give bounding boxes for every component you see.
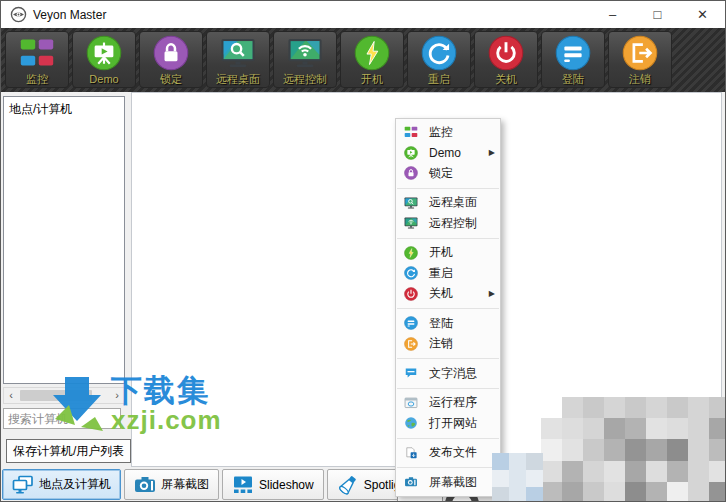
scroll-left-icon[interactable]: ‹ xyxy=(4,388,18,403)
mosaic-cell xyxy=(646,439,667,460)
tab-label: 屏幕截图 xyxy=(161,476,209,493)
scroll-right-icon[interactable]: › xyxy=(110,388,124,403)
toolbar-button-logout[interactable]: 注销 xyxy=(608,31,672,88)
menu-item-remote-desktop[interactable]: 远程桌面 xyxy=(396,193,500,214)
spotlight-tab-icon xyxy=(337,475,359,495)
toolbar-button-label: 远程桌面 xyxy=(216,73,260,85)
logout-icon xyxy=(404,337,418,351)
mosaic-cell xyxy=(583,482,604,502)
mosaic-cell xyxy=(562,482,583,502)
mosaic-cell xyxy=(562,397,583,418)
menu-item-logout[interactable]: 注销 xyxy=(396,334,500,355)
menu-item-label: 屏幕截图 xyxy=(429,474,477,491)
toolbar-button-label: 关机 xyxy=(495,73,517,85)
screenshot-icon xyxy=(404,475,418,489)
logout-icon xyxy=(622,35,658,71)
menu-item-lock[interactable]: 锁定 xyxy=(396,163,500,184)
mosaic-cell xyxy=(709,461,726,482)
window-title: Veyon Master xyxy=(33,8,106,22)
menu-item-send-file[interactable]: 发布文件 xyxy=(396,443,500,464)
menu-item-label: 打开网站 xyxy=(429,415,477,432)
menu-item-power-on[interactable]: 开机 xyxy=(396,243,500,264)
reboot-icon xyxy=(404,266,418,280)
menu-separator xyxy=(397,438,499,439)
menu-item-text-message[interactable]: 文字消息 xyxy=(396,363,500,384)
toolbar-button-power-on[interactable]: 开机 xyxy=(340,31,404,88)
mosaic-cell xyxy=(562,461,583,482)
menu-item-demo[interactable]: Demo▶ xyxy=(396,143,500,164)
toolbar: 监控Demo锁定远程桌面远程控制开机重启关机登陆注销 xyxy=(1,28,725,92)
minimize-button[interactable]: – xyxy=(590,1,635,28)
menu-item-label: 开机 xyxy=(429,244,453,261)
mosaic-cell xyxy=(688,482,709,502)
menu-item-label: 注销 xyxy=(429,335,453,352)
mosaic-cell xyxy=(646,461,667,482)
tab-label: Slideshow xyxy=(259,478,314,492)
mosaic-cell xyxy=(541,461,562,482)
mosaic-cell xyxy=(526,470,543,487)
menu-item-reboot[interactable]: 重启 xyxy=(396,263,500,284)
search-computers-input[interactable] xyxy=(3,408,121,429)
mosaic-cell xyxy=(646,418,667,439)
mosaic-cell xyxy=(709,482,726,502)
menu-item-power-off[interactable]: 关机▶ xyxy=(396,284,500,305)
toolbar-button-remote-desktop[interactable]: 远程桌面 xyxy=(206,31,270,88)
menu-item-label: 重启 xyxy=(429,265,453,282)
toolbar-button-remote-control[interactable]: 远程控制 xyxy=(273,31,337,88)
menu-item-remote-control[interactable]: 远程控制 xyxy=(396,213,500,234)
toolbar-button-label: 重启 xyxy=(428,73,450,85)
mosaic-cell xyxy=(562,418,583,439)
menu-item-run-program[interactable]: 运行程序 xyxy=(396,393,500,414)
remote-desktop-icon xyxy=(404,196,418,210)
toolbar-button-demo[interactable]: Demo xyxy=(72,31,136,88)
menu-item-monitor-grid[interactable]: 监控 xyxy=(396,122,500,143)
mosaic-cell xyxy=(667,439,688,460)
menu-separator xyxy=(397,467,499,468)
menu-item-login[interactable]: 登陆 xyxy=(396,313,500,334)
censored-mosaic-area xyxy=(541,397,726,502)
camera-tab-icon xyxy=(134,475,156,495)
lock-icon xyxy=(404,166,418,180)
menu-item-open-website[interactable]: 打开网站 xyxy=(396,413,500,434)
toolbar-button-reboot[interactable]: 重启 xyxy=(407,31,471,88)
remote-control-icon xyxy=(287,35,323,71)
save-computer-list-button[interactable]: 保存计算机/用户列表 xyxy=(6,439,131,463)
toolbar-button-monitor-grid[interactable]: 监控 xyxy=(5,31,69,88)
demo-icon xyxy=(404,146,418,160)
menu-item-screenshot[interactable]: 屏幕截图 xyxy=(396,472,500,493)
mosaic-cell xyxy=(646,482,667,502)
tree-horizontal-scrollbar[interactable]: ‹ › xyxy=(3,387,125,404)
mosaic-cell xyxy=(667,418,688,439)
maximize-button[interactable]: □ xyxy=(635,1,680,28)
toolbar-button-label: 注销 xyxy=(629,73,651,85)
tab-locations[interactable]: 地点及计算机 xyxy=(2,469,121,500)
menu-separator xyxy=(397,238,499,239)
toolbar-button-lock[interactable]: 锁定 xyxy=(139,31,203,88)
mosaic-cell xyxy=(509,487,526,502)
tab-label: 地点及计算机 xyxy=(39,476,111,493)
toolbar-button-label: 开机 xyxy=(361,73,383,85)
mosaic-cell xyxy=(688,418,709,439)
context-menu: 监控Demo▶锁定远程桌面远程控制开机重启关机▶登陆注销文字消息运行程序打开网站… xyxy=(395,118,501,497)
mosaic-cell xyxy=(492,453,509,470)
mosaic-cell xyxy=(709,418,726,439)
mosaic-cell xyxy=(625,439,646,460)
mosaic-cell xyxy=(583,418,604,439)
mosaic-cell xyxy=(492,470,509,487)
toolbar-button-power-off[interactable]: 关机 xyxy=(474,31,538,88)
menu-item-label: 锁定 xyxy=(429,165,453,182)
mosaic-cell xyxy=(709,439,726,460)
toolbar-button-label: 登陆 xyxy=(562,73,584,85)
tab-slideshow[interactable]: Slideshow xyxy=(222,469,324,500)
mosaic-cell xyxy=(667,461,688,482)
mosaic-cell xyxy=(646,397,667,418)
close-button[interactable]: ✕ xyxy=(680,1,725,28)
mosaic-cell xyxy=(604,418,625,439)
mosaic-cell xyxy=(667,482,688,502)
mosaic-cell xyxy=(583,397,604,418)
toolbar-button-login[interactable]: 登陆 xyxy=(541,31,605,88)
scrollbar-thumb[interactable] xyxy=(20,390,92,401)
computer-tree-panel[interactable]: 地点/计算机 xyxy=(3,96,125,384)
reboot-icon xyxy=(421,35,457,71)
tab-camera[interactable]: 屏幕截图 xyxy=(124,469,219,500)
